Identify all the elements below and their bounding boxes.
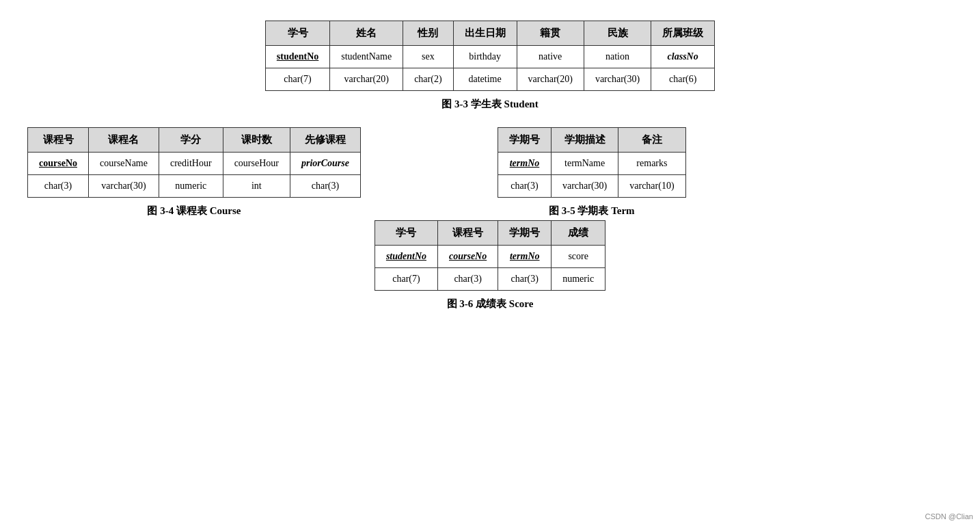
course-table: 课程号 课程名 学分 课时数 先修课程 courseNo courseName … (27, 127, 361, 198)
student-field-studentNo: studentNo (265, 46, 329, 68)
course-col-prior: 先修课程 (290, 128, 360, 153)
score-field-courseNo: courseNo (438, 246, 498, 268)
student-type-row: char(7) varchar(20) char(2) datetime var… (265, 68, 714, 91)
course-type-hour: int (223, 175, 290, 198)
student-col-birthday: 出生日期 (453, 21, 517, 46)
course-type-no: char(3) (28, 175, 89, 198)
course-field-courseNo: courseNo (28, 153, 89, 175)
student-col-class: 所属班级 (651, 21, 715, 46)
student-field-row: studentNo studentName sex birthday nativ… (265, 46, 714, 68)
term-header-row: 学期号 学期描述 备注 (498, 128, 685, 153)
watermark: CSDN @Clian (925, 512, 973, 521)
score-field-termNo: termNo (498, 246, 552, 268)
student-field-nation: nation (584, 46, 651, 68)
course-field-courseName: courseName (89, 153, 159, 175)
course-type-row: char(3) varchar(30) numeric int char(3) (28, 175, 361, 198)
score-field-studentNo: studentNo (375, 246, 437, 268)
score-table-section: 学号 课程号 学期号 成绩 studentNo courseNo termNo … (27, 220, 953, 311)
course-field-creditHour: creditHour (159, 153, 223, 175)
score-col-score: 成绩 (552, 221, 605, 246)
term-type-remarks: varchar(10) (618, 175, 685, 198)
term-table: 学期号 学期描述 备注 termNo termName remarks char… (498, 127, 686, 198)
student-type-nation: varchar(30) (584, 68, 651, 91)
student-table: 学号 姓名 性别 出生日期 籍贯 民族 所属班级 studentNo stude… (265, 21, 715, 91)
term-col-no: 学期号 (498, 128, 551, 153)
term-type-name: varchar(30) (551, 175, 618, 198)
score-type-course: char(3) (438, 268, 498, 291)
score-col-course: 课程号 (438, 221, 498, 246)
term-caption: 图 3-5 学期表 Term (549, 205, 635, 218)
course-field-row: courseNo courseName creditHour courseHou… (28, 153, 361, 175)
course-col-no: 课程号 (28, 128, 89, 153)
score-type-term: char(3) (498, 268, 552, 291)
course-table-block: 课程号 课程名 学分 课时数 先修课程 courseNo courseName … (27, 127, 361, 218)
score-table: 学号 课程号 学期号 成绩 studentNo courseNo termNo … (375, 220, 605, 291)
course-type-name: varchar(30) (89, 175, 159, 198)
score-caption: 图 3-6 成绩表 Score (447, 298, 534, 311)
student-type-birthday: datetime (453, 68, 517, 91)
student-field-birthday: birthday (453, 46, 517, 68)
course-term-row: 课程号 课程名 学分 课时数 先修课程 courseNo courseName … (27, 127, 953, 218)
term-field-remarks: remarks (618, 153, 685, 175)
student-col-name: 姓名 (330, 21, 403, 46)
course-field-courseHour: courseHour (223, 153, 290, 175)
term-type-row: char(3) varchar(30) varchar(10) (498, 175, 685, 198)
student-type-class: char(6) (651, 68, 715, 91)
score-header-row: 学号 课程号 学期号 成绩 (375, 221, 605, 246)
student-col-id: 学号 (265, 21, 329, 46)
course-caption: 图 3-4 课程表 Course (147, 205, 241, 218)
score-field-row: studentNo courseNo termNo score (375, 246, 605, 268)
student-field-native: native (517, 46, 584, 68)
student-caption: 图 3-3 学生表 Student (441, 98, 538, 111)
score-col-student: 学号 (375, 221, 437, 246)
student-type-name: varchar(20) (330, 68, 403, 91)
student-field-studentName: studentName (330, 46, 403, 68)
student-header-row: 学号 姓名 性别 出生日期 籍贯 民族 所属班级 (265, 21, 714, 46)
score-field-score: score (552, 246, 605, 268)
course-col-hour: 课时数 (223, 128, 290, 153)
score-type-student: char(7) (375, 268, 437, 291)
course-col-credit: 学分 (159, 128, 223, 153)
score-col-term: 学期号 (498, 221, 552, 246)
term-field-termNo: termNo (498, 153, 551, 175)
term-table-block: 学期号 学期描述 备注 termNo termName remarks char… (498, 127, 686, 218)
student-table-section: 学号 姓名 性别 出生日期 籍贯 民族 所属班级 studentNo stude… (27, 21, 953, 111)
student-col-nation: 民族 (584, 21, 651, 46)
score-type-row: char(7) char(3) char(3) numeric (375, 268, 605, 291)
term-col-name: 学期描述 (551, 128, 618, 153)
score-type-score: numeric (552, 268, 605, 291)
course-header-row: 课程号 课程名 学分 课时数 先修课程 (28, 128, 361, 153)
term-col-remarks: 备注 (618, 128, 685, 153)
term-type-no: char(3) (498, 175, 551, 198)
course-col-name: 课程名 (89, 128, 159, 153)
course-type-prior: char(3) (290, 175, 360, 198)
student-type-native: varchar(20) (517, 68, 584, 91)
student-field-classNo: classNo (651, 46, 715, 68)
term-field-row: termNo termName remarks (498, 153, 685, 175)
student-type-id: char(7) (265, 68, 329, 91)
course-type-credit: numeric (159, 175, 223, 198)
course-field-priorCourse: priorCourse (290, 153, 360, 175)
student-col-native: 籍贯 (517, 21, 584, 46)
term-field-termName: termName (551, 153, 618, 175)
student-type-sex: char(2) (403, 68, 453, 91)
student-col-sex: 性别 (403, 21, 453, 46)
student-field-sex: sex (403, 46, 453, 68)
